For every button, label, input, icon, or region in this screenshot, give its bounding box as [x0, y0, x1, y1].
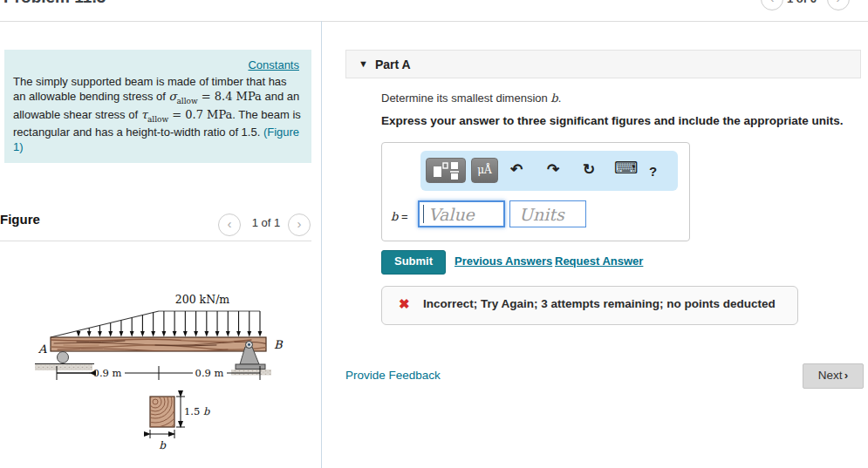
problem-statement-box: Constants The simply supported beam is m… — [4, 50, 311, 163]
help-icon[interactable]: ? — [649, 162, 657, 181]
support-a-label: A — [38, 343, 47, 356]
answer-instruction: Express your answer to three significant… — [381, 114, 844, 127]
undo-icon[interactable]: ↶ — [510, 160, 523, 180]
figure-divider — [0, 241, 311, 241]
figure-heading: Figure — [0, 212, 40, 227]
beam-figure-image: 200 kN/m A — [24, 289, 317, 468]
answer-variable-label: b = — [391, 210, 408, 223]
figure-pager: 1 of 1 — [247, 216, 285, 229]
answer-format-button[interactable] — [426, 158, 466, 183]
incorrect-x-icon: ✖ — [399, 296, 410, 312]
figure-prev-button[interactable]: ‹ — [218, 214, 241, 236]
keyboard-icon[interactable]: ⌨ — [614, 159, 638, 178]
dim-left-label: 0.9 m — [93, 367, 122, 379]
feedback-message: Incorrect; Try Again; 3 attempts remaini… — [423, 297, 776, 310]
answer-format-icon — [427, 159, 465, 182]
submit-button[interactable]: Submit — [381, 250, 446, 275]
tau-value: = 0.7 MPa — [168, 108, 232, 121]
support-b-label: B — [274, 338, 284, 351]
units-template-button[interactable]: μÅ — [471, 158, 498, 183]
answer-module: μÅ ↶ ↷ ↻ ⌨ ? b = — [381, 142, 690, 241]
previous-answers-link[interactable]: Previous Answers — [455, 254, 552, 268]
text-caret — [423, 205, 424, 223]
chevron-right-icon: › — [297, 216, 302, 231]
provide-feedback-link[interactable]: Provide Feedback — [345, 369, 441, 382]
cross-section: 1.5 b b — [126, 372, 210, 451]
problem-statement: The simply supported beam is made of tim… — [13, 74, 301, 154]
sigma-value: = 8.4 MPa — [198, 90, 262, 103]
redo-icon[interactable]: ↷ — [547, 160, 559, 180]
sigma-subscript: allow — [176, 97, 197, 105]
value-input[interactable] — [418, 200, 505, 227]
feedback-message-box: ✖ Incorrect; Try Again; 3 attempts remai… — [381, 286, 798, 325]
cs-height-var: b — [203, 405, 210, 417]
cs-width-label: b — [159, 439, 167, 451]
next-label: Next — [818, 369, 843, 382]
problem-next-button[interactable]: › — [827, 0, 850, 10]
question-text: Determine its smallest dimension b. — [381, 92, 561, 105]
question-pre: Determine its smallest dimension — [381, 92, 550, 105]
page-title: Problem 11.3 — [3, 0, 106, 7]
load-label: 200 kN/m — [175, 293, 230, 306]
question-post: . — [558, 92, 562, 105]
constants-link[interactable]: Constants — [248, 58, 299, 71]
chevron-right-icon: › — [837, 0, 841, 5]
reset-icon[interactable]: ↻ — [583, 160, 595, 180]
problem-pager: 1 of 6 — [779, 0, 824, 5]
chevron-right-icon: › — [844, 369, 849, 382]
chevron-left-icon: ‹ — [770, 0, 775, 5]
panel-divider — [321, 21, 322, 468]
figure-next-button[interactable]: › — [288, 214, 311, 236]
distributed-load — [51, 311, 262, 337]
svg-text:1.5 b: 1.5 b — [184, 405, 210, 417]
beam — [51, 337, 269, 351]
units-input[interactable] — [509, 200, 586, 227]
equation-toolbar: μÅ ↶ ↷ ↻ ⌨ ? — [420, 151, 678, 191]
page: Problem 11.3 ‹ 1 of 6 › Constants The si… — [0, 0, 868, 468]
question-var: b — [550, 92, 557, 105]
part-a-title: Part A — [375, 58, 411, 71]
tau-symbol: τ — [141, 108, 147, 121]
header-divider — [0, 21, 868, 22]
part-a-header[interactable]: ▼ Part A — [345, 50, 861, 78]
cs-height-number: 1.5 — [184, 405, 203, 417]
answer-equals: = — [398, 210, 407, 223]
tau-subscript: allow — [147, 114, 168, 123]
dim-right-label: 0.9 m — [195, 367, 224, 379]
next-button[interactable]: Next› — [803, 363, 864, 389]
request-answer-link[interactable]: Request Answer — [555, 254, 643, 268]
chevron-left-icon: ‹ — [228, 216, 232, 231]
collapse-caret-icon[interactable]: ▼ — [359, 58, 368, 69]
